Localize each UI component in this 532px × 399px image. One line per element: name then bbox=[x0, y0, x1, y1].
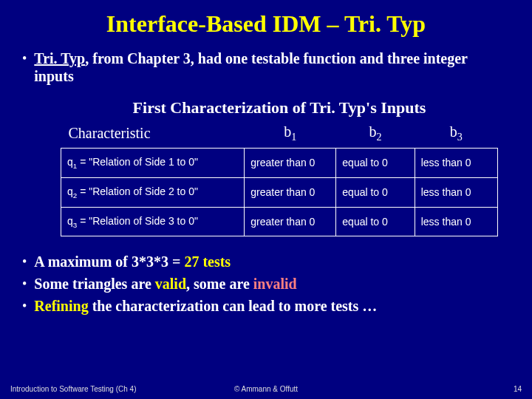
bullet-max-tests: • A maximum of 3*3*3 = 27 tests bbox=[22, 253, 510, 270]
footer-left: Introduction to Software Testing (Ch 4) bbox=[10, 385, 136, 393]
col-b2: b2 bbox=[336, 120, 415, 149]
q-base: q bbox=[67, 185, 73, 197]
b2-invalid: invalid bbox=[253, 276, 297, 292]
q-base: q bbox=[67, 215, 73, 227]
cell-b1: greater than 0 bbox=[245, 207, 336, 236]
col-b3: b3 bbox=[415, 120, 497, 149]
q-rest: = "Relation of Side 3 to 0" bbox=[77, 215, 198, 227]
bullet-dot-icon: • bbox=[22, 297, 27, 315]
cell-b1: greater than 0 bbox=[245, 177, 336, 207]
cell-q1: q1 = "Relation of Side 1 to 0" bbox=[61, 149, 245, 178]
b2-base: b bbox=[369, 123, 377, 140]
q-rest: = "Relation of Side 1 to 0" bbox=[77, 156, 198, 168]
bullet-text: A maximum of 3*3*3 = 27 tests bbox=[34, 253, 231, 270]
intro-link: Tri. Typ bbox=[34, 50, 85, 66]
slide-title: Interface-Based IDM – Tri. Typ bbox=[22, 10, 510, 38]
cell-q2: q2 = "Relation of Side 2 to 0" bbox=[61, 177, 245, 207]
b3-highlight: Refining bbox=[34, 298, 88, 314]
cell-b3: less than 0 bbox=[415, 207, 497, 236]
b3-sub: 3 bbox=[457, 132, 463, 143]
b2-mid: , some are bbox=[186, 276, 253, 292]
table-container: First Characterization of Tri. Typ's Inp… bbox=[61, 98, 498, 236]
bullet-text: Refining the characterization can lead t… bbox=[34, 297, 377, 315]
characterization-table: Characteristic b1 b2 b3 q1 = "Relation o… bbox=[61, 120, 498, 236]
cell-b2: equal to 0 bbox=[336, 207, 415, 236]
cell-b1: greater than 0 bbox=[245, 149, 336, 178]
table-caption: First Characterization of Tri. Typ's Inp… bbox=[61, 98, 498, 117]
q-rest: = "Relation of Side 2 to 0" bbox=[77, 185, 198, 197]
cell-b2: equal to 0 bbox=[336, 177, 415, 207]
slide: Interface-Based IDM – Tri. Typ • Tri. Ty… bbox=[0, 0, 532, 399]
col-characteristic: Characteristic bbox=[61, 120, 245, 149]
intro-text: Tri. Typ, from Chapter 3, had one testab… bbox=[34, 50, 510, 85]
b1-sub: 1 bbox=[291, 132, 296, 143]
col-b1: b1 bbox=[245, 120, 336, 149]
bottom-bullets: • A maximum of 3*3*3 = 27 tests • Some t… bbox=[22, 253, 510, 315]
table-row: q3 = "Relation of Side 3 to 0" greater t… bbox=[61, 207, 498, 236]
bullet-valid-invalid: • Some triangles are valid, some are inv… bbox=[22, 275, 510, 293]
b3-base: b bbox=[450, 123, 457, 140]
table-header-row: Characteristic b1 b2 b3 bbox=[61, 120, 498, 149]
q-base: q bbox=[67, 156, 73, 168]
cell-b3: less than 0 bbox=[415, 177, 497, 207]
cell-b3: less than 0 bbox=[415, 149, 497, 178]
b1-base: b bbox=[284, 123, 291, 140]
intro-bullet: • Tri. Typ, from Chapter 3, had one test… bbox=[22, 50, 510, 85]
footer-page-number: 14 bbox=[514, 385, 522, 393]
b2-pre: Some triangles are bbox=[34, 276, 155, 292]
b3-rest: the characterization can lead to more te… bbox=[89, 298, 378, 314]
table-row: q1 = "Relation of Side 1 to 0" greater t… bbox=[61, 149, 498, 178]
intro-rest: , from Chapter 3, had one testable funct… bbox=[34, 50, 467, 84]
b2-valid: valid bbox=[155, 276, 186, 292]
bullet-dot-icon: • bbox=[22, 253, 27, 270]
bullet-dot-icon: • bbox=[22, 50, 27, 67]
b1-highlight: 27 tests bbox=[184, 253, 231, 270]
cell-q3: q3 = "Relation of Side 3 to 0" bbox=[61, 207, 245, 236]
bullet-text: Some triangles are valid, some are inval… bbox=[34, 275, 296, 293]
bullet-refining: • Refining the characterization can lead… bbox=[22, 297, 510, 315]
b2-sub: 2 bbox=[377, 132, 382, 143]
cell-b2: equal to 0 bbox=[336, 149, 415, 178]
b1-pre: A maximum of 3*3*3 = bbox=[34, 253, 184, 270]
footer: Introduction to Software Testing (Ch 4) … bbox=[0, 385, 532, 393]
table-row: q2 = "Relation of Side 2 to 0" greater t… bbox=[61, 177, 498, 207]
bullet-dot-icon: • bbox=[22, 275, 27, 293]
